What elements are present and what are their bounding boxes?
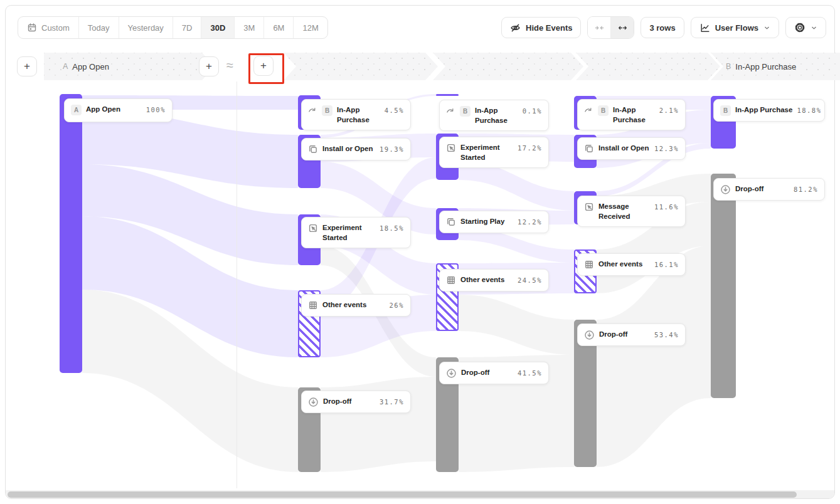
custom-event-icon <box>446 143 456 153</box>
chevron-down-icon <box>763 24 770 31</box>
drop-off-icon <box>446 368 457 379</box>
node-card-install-or-open[interactable]: Install or Open12.3% <box>577 137 686 160</box>
flow-step-segment-2[interactable] <box>284 53 438 80</box>
event-letter-badge: B <box>322 105 332 116</box>
stage: CustomTodayYesterday7D30D3M6M12M Hide Ev… <box>0 0 840 504</box>
drop-off-icon <box>308 397 319 407</box>
flow-step-segment-5[interactable]: BIn-App Purchase <box>711 53 840 80</box>
node-card-other-events[interactable]: Other events16.1% <box>577 253 686 276</box>
node-percent: 18.8% <box>797 105 821 114</box>
flow-step-segment-4[interactable] <box>576 53 720 80</box>
node-percent: 17.2% <box>518 143 542 152</box>
node-percent: 2.1% <box>659 105 679 114</box>
node-label: App Open <box>86 105 142 115</box>
arrows-inward-icon <box>595 23 604 33</box>
date-range-custom[interactable]: Custom <box>18 17 78 38</box>
node-label: In-App Purchase <box>613 105 655 125</box>
view-type-dropdown[interactable]: User Flows <box>691 17 779 38</box>
toolbar-right: Hide Events 3 rows User Flows <box>501 16 826 39</box>
flow-step-segment-3[interactable] <box>433 53 583 80</box>
event-letter-badge: B <box>460 106 471 117</box>
view-type-label: User Flows <box>715 23 758 33</box>
node-label: Drop-off <box>735 184 789 194</box>
node-percent: 12.3% <box>654 144 679 152</box>
node-card-experiment-started[interactable]: Experiment Started18.5% <box>301 217 411 248</box>
hide-events-button[interactable]: Hide Events <box>501 17 581 38</box>
user-flows-page: CustomTodayYesterday7D30D3M6M12M Hide Ev… <box>0 0 840 504</box>
sankey-bar-drop-off[interactable] <box>711 174 736 398</box>
node-card-install-or-open[interactable]: Install or Open19.3% <box>301 138 411 160</box>
custom-event-icon <box>308 223 318 233</box>
node-card-in-app-purchase[interactable]: BIn-App Purchase4.5% <box>301 99 411 130</box>
date-range-label: 7D <box>182 23 193 33</box>
rows-button[interactable]: 3 rows <box>641 17 684 38</box>
column-width-control <box>587 16 634 39</box>
date-range-12m[interactable]: 12M <box>293 17 327 38</box>
flows-chart-icon <box>699 23 710 33</box>
date-range-7d[interactable]: 7D <box>173 17 201 38</box>
node-percent: 16.1% <box>654 260 679 268</box>
drop-off-icon <box>720 184 731 195</box>
step-letter: B <box>726 62 731 71</box>
event-letter-badge: B <box>598 105 609 116</box>
node-card-drop-off[interactable]: Drop-off31.7% <box>301 391 411 413</box>
date-range-label: Today <box>88 23 110 33</box>
overlapping-squares-icon <box>584 144 594 154</box>
node-card-app-open[interactable]: AApp Open100% <box>64 98 173 122</box>
rows-label: 3 rows <box>649 23 675 33</box>
date-range-today[interactable]: Today <box>78 17 119 38</box>
node-card-in-app-purchase[interactable]: BIn-App Purchase18.8% <box>713 99 825 122</box>
flow-step-segment-1[interactable]: AApp Open <box>44 53 215 80</box>
date-range-6m[interactable]: 6M <box>263 17 293 38</box>
node-card-message-received[interactable]: Message Received11.6% <box>577 196 686 227</box>
settings-dropdown[interactable] <box>785 17 826 38</box>
date-range-label: Custom <box>41 23 70 33</box>
date-range-yesterday[interactable]: Yesterday <box>119 17 173 38</box>
node-card-experiment-started[interactable]: Experiment Started17.2% <box>439 137 549 168</box>
node-percent: 41.5% <box>518 368 542 377</box>
add-step-after-a-button[interactable]: + <box>199 56 219 76</box>
date-range-control: CustomTodayYesterday7D30D3M6M12M <box>18 16 328 39</box>
node-label: Install or Open <box>322 144 375 154</box>
sankey-bar-in-app-purchase[interactable] <box>436 94 459 96</box>
node-percent: 24.5% <box>518 275 542 284</box>
collapse-columns-button[interactable] <box>588 17 610 38</box>
add-step-before-button[interactable]: + <box>17 56 37 76</box>
step-label: App Open <box>72 62 109 71</box>
node-card-drop-off[interactable]: Drop-off41.5% <box>439 362 549 384</box>
node-card-drop-off[interactable]: Drop-off81.2% <box>713 178 825 201</box>
toolbar: CustomTodayYesterday7D30D3M6M12M Hide Ev… <box>18 16 826 39</box>
date-range-30d[interactable]: 30D <box>201 17 234 38</box>
node-card-other-events[interactable]: Other events24.5% <box>439 269 549 291</box>
node-card-other-events[interactable]: Other events26% <box>301 294 411 317</box>
skip-arrow-icon <box>446 106 455 115</box>
node-percent: 100% <box>146 105 166 113</box>
horizontal-scrollbar <box>6 490 834 498</box>
drop-off-icon <box>584 330 595 340</box>
node-card-in-app-purchase[interactable]: BIn-App Purchase0.1% <box>439 100 549 131</box>
date-range-3m[interactable]: 3M <box>234 17 263 38</box>
sankey-bar-app-open[interactable] <box>60 94 82 373</box>
overlapping-squares-icon <box>446 217 456 227</box>
step-divider-line <box>237 81 237 488</box>
node-percent: 12.2% <box>518 217 542 226</box>
highlight-red-box <box>248 53 284 84</box>
hide-events-label: Hide Events <box>526 23 572 33</box>
node-label: Experiment Started <box>322 223 375 243</box>
node-percent: 18.5% <box>380 223 404 232</box>
node-label: Install or Open <box>598 144 650 154</box>
approx-symbol: ≈ <box>226 58 233 73</box>
node-card-in-app-purchase[interactable]: BIn-App Purchase2.1% <box>577 99 686 130</box>
node-label: Drop-off <box>461 368 513 378</box>
flow-ribbon <box>459 295 574 355</box>
date-range-label: 3M <box>243 23 255 33</box>
grid-icon <box>584 260 594 270</box>
node-card-drop-off[interactable]: Drop-off53.4% <box>577 323 686 346</box>
node-percent: 26% <box>390 300 404 309</box>
expand-columns-button[interactable] <box>610 17 634 38</box>
node-card-starting-play[interactable]: Starting Play12.2% <box>439 211 549 233</box>
horizontal-scrollbar-thumb[interactable] <box>8 491 797 498</box>
node-percent: 0.1% <box>523 106 542 115</box>
node-label: Other events <box>460 275 513 285</box>
date-range-label: 12M <box>302 23 318 33</box>
